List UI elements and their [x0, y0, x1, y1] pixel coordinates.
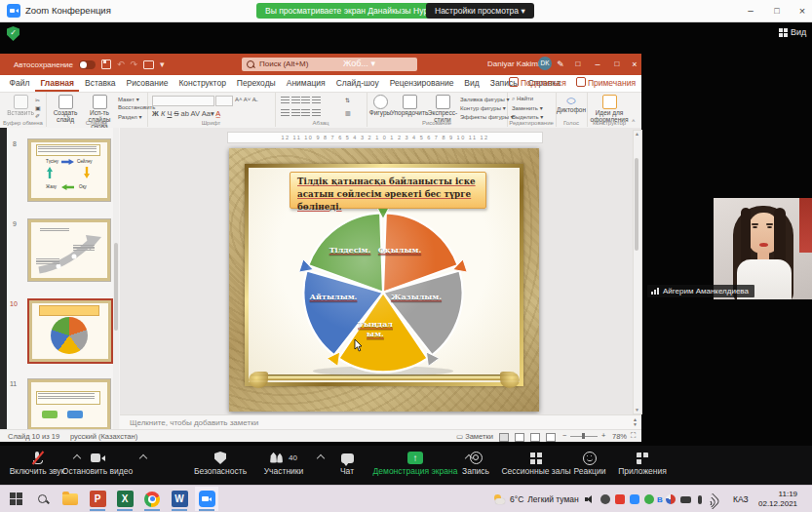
- character-spacing-button[interactable]: AV: [191, 109, 200, 118]
- weather-widget[interactable]: 6°C Легкий туман: [493, 486, 579, 512]
- language-indicator[interactable]: русский (Казахстан): [70, 432, 137, 441]
- file-explorer-button[interactable]: [58, 487, 82, 511]
- share-button[interactable]: Поделиться: [509, 77, 566, 88]
- display-tray-icon[interactable]: [600, 494, 610, 504]
- save-icon[interactable]: [101, 59, 111, 69]
- slide-sorter-view-icon[interactable]: [515, 433, 524, 442]
- draw-pen-icon[interactable]: ✎: [554, 58, 567, 71]
- format-painter-icon[interactable]: ✐: [35, 112, 40, 119]
- view-layout-button[interactable]: Вид: [779, 25, 806, 39]
- reading-view-icon[interactable]: [530, 433, 540, 442]
- security-button[interactable]: Безопасность: [191, 449, 250, 482]
- replace-button[interactable]: Заменить ▾: [512, 104, 543, 111]
- video-options-chevron[interactable]: [139, 454, 147, 462]
- notes-pane[interactable]: Щелкните, чтобы добавить заметки ▲▼: [120, 414, 641, 429]
- collapse-ribbon-chevron[interactable]: ˄: [632, 118, 636, 124]
- shapes-button[interactable]: Фигуры: [368, 95, 392, 117]
- stop-video-button[interactable]: Остановить видео: [58, 449, 136, 482]
- reactions-button[interactable]: Реакции: [567, 449, 612, 482]
- microphone-tray-icon[interactable]: [698, 495, 702, 504]
- customize-qat-chevron[interactable]: ▾: [160, 59, 165, 69]
- tab-home[interactable]: Главная: [35, 75, 80, 92]
- fit-to-window-icon[interactable]: ⛶: [631, 431, 636, 441]
- redo-icon[interactable]: ↷: [131, 59, 138, 69]
- tab-review[interactable]: Рецензирование: [384, 75, 459, 92]
- excel-taskbar-button[interactable]: X: [113, 487, 136, 511]
- ribbon-display-options-icon[interactable]: □: [571, 58, 585, 71]
- record-button[interactable]: Запись: [454, 449, 497, 482]
- notes-toggle-button[interactable]: ▭ Заметки: [456, 432, 493, 441]
- zoom-taskbar-button[interactable]: [195, 487, 218, 511]
- start-slideshow-icon[interactable]: [143, 60, 154, 69]
- chrome-taskbar-button[interactable]: [140, 487, 164, 511]
- tab-file[interactable]: Файл: [4, 75, 35, 92]
- text-shadow-button[interactable]: ab: [181, 109, 189, 118]
- thumbnail-slide-9[interactable]: [27, 218, 111, 282]
- ppt-minimize-button[interactable]: –: [591, 58, 604, 71]
- powerpoint-taskbar-button[interactable]: P: [86, 487, 109, 511]
- paste-button[interactable]: Вставить: [6, 95, 35, 117]
- search-input[interactable]: Поиск (Alt+М): [242, 58, 417, 71]
- view-settings-button[interactable]: Настройки просмотра ▾: [426, 3, 534, 19]
- text-direction-icon[interactable]: ⇅: [345, 97, 350, 103]
- tab-transitions[interactable]: Переходы: [231, 75, 281, 92]
- slide-title-textbox[interactable]: Тілдік қатынасқа байланысты іске асатын …: [290, 172, 486, 209]
- update-tray-icon[interactable]: [644, 494, 654, 504]
- taskbar-search-button[interactable]: [31, 487, 55, 511]
- tab-view[interactable]: Вид: [459, 75, 484, 92]
- italic-button[interactable]: К: [161, 109, 165, 118]
- apps-button[interactable]: Приложения: [612, 449, 673, 482]
- thumbnail-slide-11[interactable]: [27, 378, 111, 429]
- thumbnail-slide-8[interactable]: Түсіну Сөйлеу Жазу Оқу: [27, 138, 111, 202]
- slide-canvas[interactable]: Тілдік қатынасқа байланысты іске асатын …: [229, 148, 539, 412]
- ppt-restore-button[interactable]: □: [610, 58, 624, 71]
- avatar[interactable]: DK: [538, 57, 552, 70]
- grow-font-icon[interactable]: A˄ A˅ A̶: [235, 97, 256, 102]
- thumbnail-scrollbar[interactable]: [113, 128, 119, 429]
- undo-icon[interactable]: ↶: [117, 59, 125, 69]
- section-button[interactable]: Раздел ▾: [118, 113, 142, 120]
- zoom-percentage[interactable]: 78%: [612, 432, 627, 441]
- autosave-toggle[interactable]: [79, 60, 96, 69]
- strikethrough-button[interactable]: S: [174, 109, 178, 118]
- word-taskbar-button[interactable]: W: [168, 487, 191, 511]
- ppt-close-button[interactable]: ×: [628, 58, 641, 71]
- find-button[interactable]: ⌕ Найти: [512, 96, 533, 102]
- thumbnail-slide-10-selected[interactable]: [27, 298, 113, 364]
- maximize-button[interactable]: □: [769, 3, 785, 19]
- app-tray-icon[interactable]: [666, 494, 676, 504]
- shape-effects-button[interactable]: Эффекты фигуры ▾: [460, 113, 514, 120]
- taskbar-clock[interactable]: 11:19 02.12.2021: [758, 486, 797, 512]
- zoom-tray-icon[interactable]: [630, 494, 639, 504]
- underline-button[interactable]: Ч: [167, 109, 172, 118]
- breakout-rooms-button[interactable]: Сессионные залы: [497, 449, 575, 482]
- comments-button[interactable]: Примечания: [576, 77, 636, 88]
- layout-button[interactable]: Макет ▾: [118, 96, 139, 102]
- notes-spinner[interactable]: ▲▼: [633, 417, 638, 427]
- editor-scrollbar[interactable]: ▲ ▼: [633, 130, 642, 414]
- arrange-button[interactable]: Упорядочить: [392, 95, 427, 117]
- tab-insert[interactable]: Вставка: [79, 75, 121, 92]
- bluetooth-icon[interactable]: B: [657, 495, 663, 504]
- participants-options-chevron[interactable]: [317, 454, 325, 462]
- cycle-diagram[interactable]: Тілдесім. Оқылым. Жазылым. Тыңдалым. Айт…: [299, 209, 467, 380]
- shape-outline-button[interactable]: Контур фигуры ▾: [460, 104, 506, 111]
- participants-button[interactable]: 40 Участники: [255, 449, 312, 482]
- wifi-icon[interactable]: [708, 495, 719, 504]
- alignment-icons[interactable]: [281, 109, 321, 117]
- tab-design[interactable]: Конструктор: [174, 75, 231, 92]
- zoom-in-button[interactable]: +: [601, 431, 605, 440]
- shape-fill-button[interactable]: Заливка фигуры ▾: [460, 96, 510, 102]
- camera-tray-icon[interactable]: [680, 496, 691, 503]
- volume-icon[interactable]: [585, 494, 596, 504]
- chat-button[interactable]: Чат: [329, 449, 365, 482]
- slideshow-view-icon[interactable]: [546, 433, 556, 442]
- font-color-button[interactable]: A̲: [215, 109, 220, 118]
- font-size-box[interactable]: [215, 96, 233, 106]
- bold-button[interactable]: Ж: [152, 109, 159, 118]
- normal-view-icon[interactable]: [499, 433, 509, 442]
- tab-slideshow[interactable]: Слайд-шоу: [330, 75, 384, 92]
- change-case-button[interactable]: Aa▾: [202, 109, 214, 118]
- tab-draw[interactable]: Рисование: [121, 75, 174, 92]
- document-title[interactable]: Жоб... ▾: [343, 59, 375, 68]
